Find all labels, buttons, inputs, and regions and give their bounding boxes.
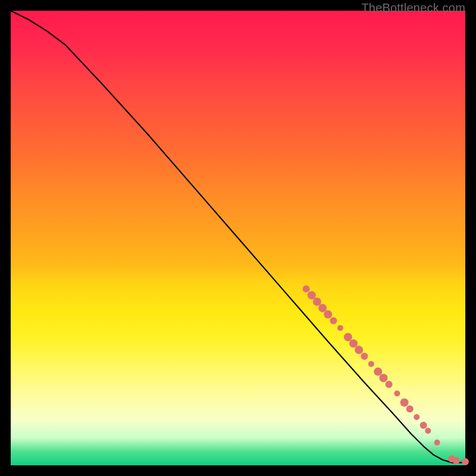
data-point <box>361 353 368 360</box>
data-point <box>386 381 393 388</box>
data-point <box>379 374 387 382</box>
data-point <box>425 428 431 434</box>
watermark-text: TheBottleneck.com <box>361 1 465 15</box>
data-point <box>453 457 460 464</box>
data-point <box>313 298 321 306</box>
data-point <box>462 458 469 465</box>
data-point <box>374 368 382 376</box>
data-point <box>434 440 440 446</box>
chart-frame: TheBottleneck.com <box>0 0 476 476</box>
data-point <box>349 339 358 347</box>
data-point <box>414 414 419 420</box>
data-point <box>337 325 343 331</box>
data-point <box>355 346 363 354</box>
chart-svg <box>11 11 465 465</box>
data-point <box>420 422 427 429</box>
plot-area <box>11 11 465 465</box>
data-point <box>330 317 337 324</box>
marker-group <box>303 286 469 465</box>
data-point <box>308 291 316 299</box>
data-point <box>324 310 332 318</box>
data-point <box>368 361 374 367</box>
data-point <box>318 304 327 312</box>
data-point <box>400 399 409 407</box>
data-point <box>303 286 310 293</box>
data-point <box>344 333 352 342</box>
data-point <box>394 390 400 396</box>
data-point <box>406 405 414 412</box>
